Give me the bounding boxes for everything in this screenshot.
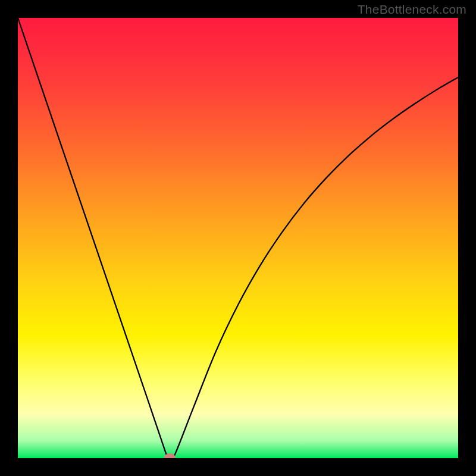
chart-frame: TheBottleneck.com [0,0,476,476]
gradient-background [18,18,458,458]
watermark-text: TheBottleneck.com [358,2,466,17]
plot-area [18,18,458,458]
chart-svg [18,18,458,458]
